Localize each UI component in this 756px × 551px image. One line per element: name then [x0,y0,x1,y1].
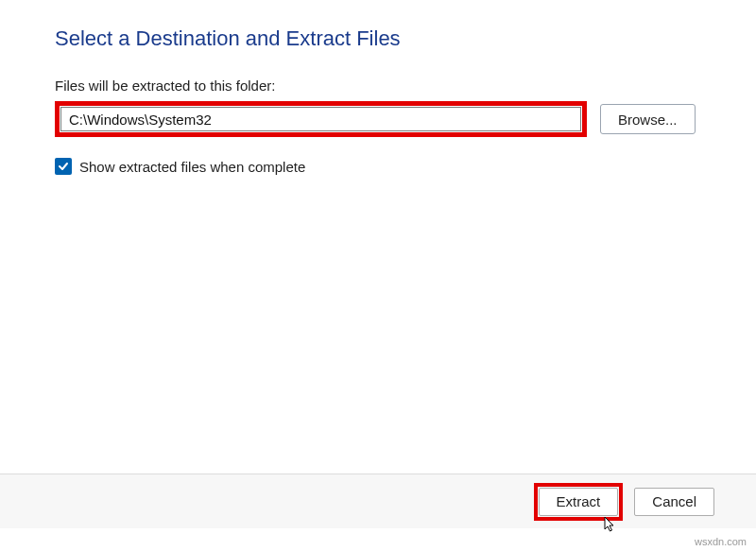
destination-path-input[interactable] [60,107,581,131]
extract-button-highlight: Extract [534,483,624,521]
dialog-title: Select a Destination and Extract Files [55,26,701,51]
checkmark-icon [58,161,69,172]
destination-label: Files will be extracted to this folder: [55,77,701,94]
show-extracted-label: Show extracted files when complete [79,159,305,175]
dialog-button-bar: Extract Cancel [0,474,756,528]
browse-button[interactable]: Browse... [600,104,696,134]
watermark-text: wsxdn.com [695,536,747,547]
extract-button[interactable]: Extract [539,488,619,516]
show-extracted-checkbox[interactable] [55,158,72,175]
path-input-highlight [55,101,587,137]
cancel-button[interactable]: Cancel [634,488,714,516]
